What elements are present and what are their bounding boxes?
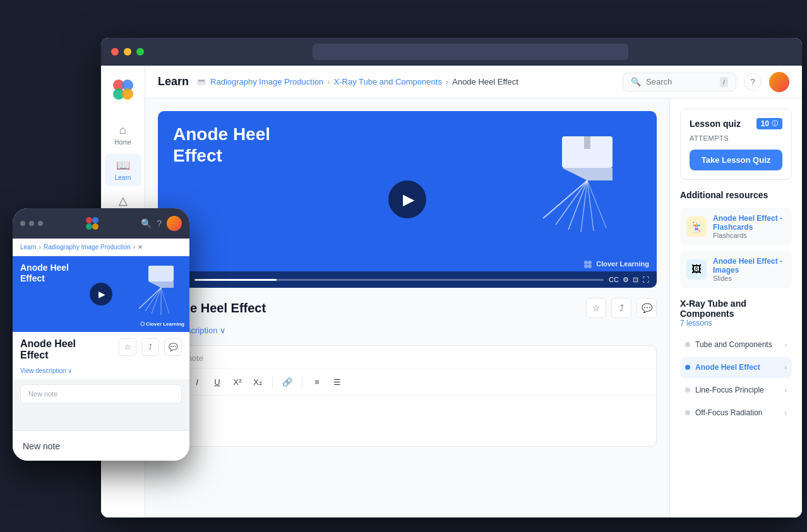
lesson-item-name-1: Anode Heel Effect (695, 363, 760, 372)
mobile-lesson-heading2: Effect (20, 350, 76, 361)
breadcrumb: Radiography Image Production › X-Ray Tub… (196, 77, 518, 87)
breadcrumb-sep1: › (327, 77, 330, 86)
note-label: New note (158, 346, 656, 369)
content-wrapper: Learn Radiography Image Production › X-R… (145, 66, 802, 517)
lesson-chevron-2: › (784, 386, 787, 394)
lesson-dot-0 (685, 342, 690, 347)
mobile-learn-link[interactable]: Learn (20, 244, 37, 251)
breadcrumb-section-link[interactable]: X-Ray Tube and Components (334, 77, 442, 86)
mobile-dots (20, 221, 43, 226)
toolbar-divider-1 (272, 376, 273, 387)
home-icon: ⌂ (119, 124, 126, 137)
video-watermark: Clover Learning (583, 260, 649, 269)
lesson-item-2-left: Line-Focus Principle (685, 386, 764, 394)
resource-name-slides: Anode Heel Effect - Images (713, 257, 786, 275)
breadcrumb-course-link[interactable]: Radiography Image Production (210, 77, 323, 86)
resource-item-slides[interactable]: 🖼 Anode Heel Effect - Images Slides (680, 251, 792, 288)
page-title: Learn (158, 75, 189, 88)
mobile-avatar[interactable] (167, 216, 182, 231)
video-title-line2: Effect (173, 145, 270, 167)
lesson-item-1-left: Anode Heel Effect (685, 363, 760, 372)
mobile-video[interactable]: Anode Heel Effect ▶ ⬡ Clover Learning (13, 256, 189, 332)
ol-button[interactable]: ☰ (329, 374, 345, 390)
note-content-area[interactable] (158, 396, 656, 446)
share-button[interactable]: ⤴ (611, 298, 631, 318)
svg-rect-23 (148, 266, 174, 281)
italic-button[interactable]: I (189, 374, 205, 390)
sidebar-item-home[interactable]: ⌂ Home (105, 119, 141, 151)
mobile-play-button[interactable]: ▶ (90, 283, 112, 305)
quiz-info-icon: ⓘ (772, 119, 778, 128)
bookmark-button[interactable]: ☆ (586, 298, 606, 318)
lesson-actions: ☆ ⤴ 💬 (586, 298, 657, 318)
mobile-search-icon[interactable]: 🔍 (141, 218, 152, 228)
mobile-lesson-actions: ☆ ⤴ 💬 (119, 338, 182, 356)
browser-window: ⌂ Home 📖 Learn △ Prep ▦ Practice Learn (101, 38, 802, 517)
mobile-logo-icon (85, 216, 100, 231)
header: Learn Radiography Image Production › X-R… (145, 66, 802, 98)
lesson-item-0-left: Tube and Components (685, 340, 772, 349)
resources-section: Additional resources 🃏 Anode Heel Effect… (680, 190, 792, 288)
mobile-help-icon[interactable]: ? (157, 218, 162, 228)
lesson-dot-2 (685, 387, 690, 393)
sidebar-item-learn[interactable]: 📖 Learn (105, 153, 141, 186)
video-player[interactable]: Anode Heel Effect (158, 111, 657, 288)
mobile-new-note-text: New note (23, 441, 60, 451)
pip-icon[interactable]: ⊡ (633, 276, 638, 284)
help-button[interactable]: ? (744, 73, 762, 91)
take-quiz-button[interactable]: Take Lesson Quiz (690, 150, 782, 170)
link-button[interactable]: 🔗 (279, 374, 296, 390)
mobile-dot-3 (38, 221, 43, 226)
play-button[interactable]: ▶ (388, 180, 426, 218)
search-input[interactable] (646, 77, 715, 86)
breadcrumb-course-icon (196, 77, 206, 87)
settings-icon[interactable]: ⚙ (623, 276, 629, 284)
note-toolbar: B I U X² X₂ 🔗 ≡ ☰ (158, 369, 656, 396)
mobile-comment-button[interactable]: 💬 (164, 338, 182, 356)
underline-button[interactable]: U (209, 374, 225, 390)
view-description-button[interactable]: View description ∨ (158, 326, 657, 335)
mobile-view-description-button[interactable]: View description ∨ (13, 367, 189, 379)
lesson-item-0[interactable]: Tube and Components › (680, 334, 792, 355)
quiz-count-number: 10 (761, 119, 769, 128)
sidebar-home-label: Home (114, 139, 131, 146)
progress-bar[interactable] (194, 279, 604, 281)
search-bar[interactable]: 🔍 / (623, 73, 736, 92)
browser-titlebar (101, 38, 802, 66)
superscript-button[interactable]: X² (229, 374, 246, 390)
fullscreen-icon[interactable]: ⛶ (642, 276, 649, 283)
quiz-title: Lesson quiz (690, 119, 741, 129)
mobile-watermark: ⬡ Clover Learning (140, 321, 184, 327)
traffic-light-red[interactable] (111, 48, 119, 56)
comment-button[interactable]: 💬 (637, 298, 657, 318)
caption-icon[interactable]: CC (609, 276, 619, 283)
traffic-light-yellow[interactable] (124, 48, 131, 56)
mobile-breadcrumb: Learn › Radiography Image Production › ✕ (13, 239, 189, 256)
svg-point-20 (92, 217, 99, 223)
ul-button[interactable]: ≡ (309, 374, 325, 390)
lesson-chevron-3: › (784, 409, 787, 417)
lesson-item-3[interactable]: Off-Focus Radiation › (680, 402, 792, 423)
subscript-button[interactable]: X₂ (249, 374, 266, 390)
svg-marker-24 (148, 281, 174, 288)
progress-fill (194, 279, 277, 281)
chevron-down-icon: ∨ (220, 326, 226, 335)
mobile-share-button[interactable]: ⤴ (141, 338, 159, 356)
mobile-play-icon: ▶ (99, 289, 105, 299)
mobile-screen: 🔍 ? Learn › Radiography Image Production… (13, 208, 189, 461)
logo-container (107, 73, 140, 109)
mobile-new-note-bar[interactable]: New note (13, 430, 189, 461)
lesson-item-1[interactable]: Anode Heel Effect › (680, 357, 792, 378)
avatar[interactable] (769, 72, 789, 92)
lessons-count: 7 lessons (680, 319, 792, 328)
mobile-bookmark-button[interactable]: ☆ (119, 338, 136, 356)
mobile-video-line2: Effect (20, 273, 69, 284)
traffic-light-green[interactable] (136, 48, 144, 56)
svg-point-16 (588, 261, 592, 264)
resource-info-flashcards: Anode Heel Effect - Flashcards Flashcard… (713, 214, 786, 239)
mobile-course-link[interactable]: Radiography Image Production (44, 244, 131, 251)
lesson-item-2[interactable]: Line-Focus Principle › (680, 379, 792, 401)
resource-item-flashcards[interactable]: 🃏 Anode Heel Effect - Flashcards Flashca… (680, 208, 792, 245)
lesson-title-bar: Anode Heel Effect ☆ ⤴ 💬 (158, 298, 657, 318)
resource-info-slides: Anode Heel Effect - Images Slides (713, 257, 786, 282)
